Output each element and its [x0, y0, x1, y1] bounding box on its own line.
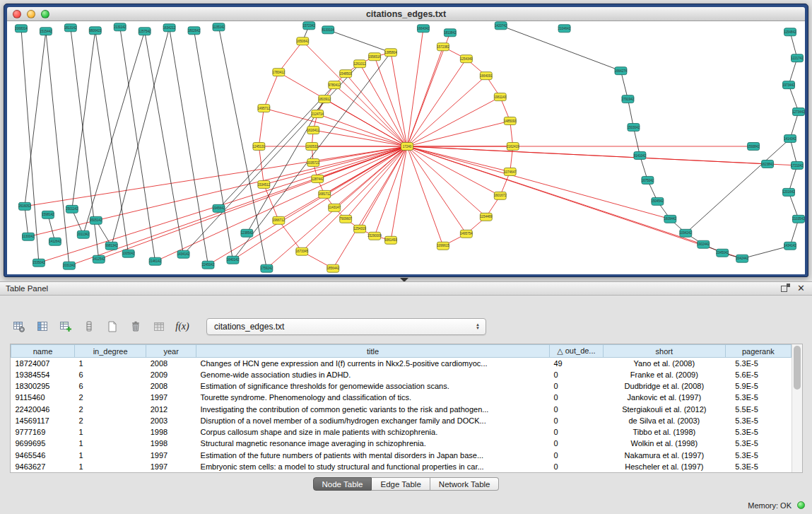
table-cell[interactable]: 5.5E-5 [725, 404, 791, 415]
table-cell[interactable]: Estimation of the future numbers of pati… [196, 450, 550, 461]
graph-node[interactable]: 1414342 [784, 135, 796, 143]
column-header[interactable]: pagerank [725, 345, 791, 358]
table-row[interactable]: 977716911998Corpus callosum shape and si… [11, 426, 792, 438]
table-cell[interactable]: Jankovic et al. (1997) [603, 392, 725, 403]
graph-node[interactable]: 1534512 [258, 180, 271, 188]
table-cell[interactable]: 0 [549, 426, 603, 438]
table-row[interactable]: 2242004622012Investigating the contribut… [11, 404, 792, 415]
graph-node[interactable]: 2124714 [311, 110, 324, 118]
network-canvas[interactable]: 1724093614931529000912543197909607114314… [7, 21, 805, 274]
graph-node[interactable]: 1783412 [273, 69, 286, 76]
function-builder-button[interactable]: f(x) [173, 317, 192, 336]
graph-node[interactable]: 1609442 [664, 215, 677, 223]
column-header[interactable]: △ out_de... [549, 345, 603, 358]
graph-node[interactable]: 1634212 [163, 24, 176, 32]
column-header[interactable]: title [196, 345, 550, 358]
graph-node[interactable]: 7909607 [339, 215, 352, 223]
graph-node[interactable]: 1254319 [353, 225, 366, 233]
graph-node[interactable]: 1675042 [642, 176, 654, 184]
graph-node[interactable]: 9806423 [89, 27, 102, 35]
graph-node[interactable]: 2031342 [63, 262, 76, 269]
table-cell[interactable]: 5.3E-5 [725, 415, 791, 426]
table-cell[interactable]: 1997 [146, 392, 196, 403]
network-window-titlebar[interactable]: citations_edges.txt [7, 7, 805, 21]
table-cell[interactable]: 0 [549, 380, 603, 392]
graph-node[interactable]: 1759242 [261, 264, 273, 272]
graph-node[interactable]: 1135142 [213, 23, 225, 31]
graph-node[interactable]: 1273442 [792, 108, 805, 116]
table-cell[interactable]: Franke et al. (2009) [603, 369, 725, 380]
table-cell[interactable]: 9115460 [11, 392, 75, 403]
table-cell[interactable]: Hescheler et al. (1997) [603, 461, 725, 472]
graph-node[interactable]: 2011342 [77, 230, 90, 238]
table-row[interactable]: 1938455462009Genome-wide association stu… [11, 369, 792, 380]
graph-node[interactable]: 1503042 [628, 124, 640, 132]
table-cell[interactable]: 14569117 [11, 415, 75, 426]
graph-node[interactable]: 1802642 [188, 27, 201, 35]
table-cell[interactable]: Estimation of significance thresholds fo… [196, 380, 550, 392]
network-graph[interactable]: 1724093614931529000912543197909607114314… [7, 21, 805, 274]
table-cell[interactable]: 2008 [146, 380, 196, 392]
table-cell[interactable]: 5.9E-5 [725, 380, 791, 392]
table-cell[interactable]: 2 [75, 404, 146, 415]
zoom-window-button[interactable] [41, 10, 49, 18]
graph-node[interactable]: 2042442 [736, 255, 748, 262]
table-cell[interactable]: 0 [549, 392, 603, 403]
tab-node-table[interactable]: Node Table [313, 477, 372, 491]
graph-node[interactable]: 1515442 [40, 28, 52, 35]
graph-node[interactable]: 1650642 [297, 37, 310, 45]
table-cell[interactable]: Dudbridge et al. (2008) [603, 380, 725, 392]
table-cell[interactable]: 2003 [146, 415, 196, 426]
table-cell[interactable]: 9465546 [11, 450, 75, 461]
table-cell[interactable]: Structural magnetic resonance image aver… [196, 438, 550, 449]
table-cell[interactable]: 1998 [146, 426, 196, 438]
table-cell[interactable]: Embryonic stem cells: a model to study s… [196, 461, 550, 472]
table-cell[interactable]: 9777169 [11, 426, 75, 438]
graph-node[interactable]: 1238542 [241, 229, 254, 237]
table-cell[interactable]: 19384554 [11, 369, 75, 380]
graph-node[interactable]: 1287442 [311, 175, 324, 182]
column-header[interactable]: short [603, 345, 725, 358]
graph-node[interactable]: 1856442 [326, 264, 339, 272]
graph-node[interactable]: 1130042 [22, 233, 35, 240]
graph-node[interactable]: 1257542 [139, 28, 151, 35]
table-cell[interactable]: 0 [549, 369, 603, 380]
table-cell[interactable]: 5.3E-5 [725, 450, 791, 461]
table-cell[interactable]: Disruption of a novel member of a sodium… [196, 415, 550, 426]
graph-node[interactable]: 2103542 [792, 215, 805, 223]
graph-node[interactable]: 1221742 [791, 54, 804, 62]
graph-node[interactable]: 1434142 [177, 250, 190, 258]
table-cell[interactable]: de Silva et al. (2003) [603, 415, 725, 426]
table-cell[interactable]: 18724007 [11, 358, 75, 369]
table-cell[interactable]: 2012 [146, 404, 196, 415]
table-cell[interactable]: 1 [75, 358, 146, 369]
graph-node[interactable]: 2791942 [622, 95, 635, 103]
table-cell[interactable]: 5.3E-5 [725, 392, 791, 403]
graph-node[interactable]: 1966712 [273, 216, 286, 224]
graph-node[interactable]: 1623842 [761, 160, 774, 168]
import-table-button[interactable] [150, 317, 168, 336]
graph-node[interactable]: 1813842 [444, 29, 457, 37]
graph-node[interactable]: 9505142 [90, 216, 102, 224]
graph-node[interactable]: 1572342 [303, 22, 316, 30]
graph-node[interactable]: 9981342 [105, 242, 118, 250]
graph-node[interactable]: 1598142 [42, 211, 54, 218]
table-row[interactable]: 1456911722003Disruption of a novel membe… [11, 415, 792, 426]
table-cell[interactable]: 5.3E-5 [725, 426, 791, 438]
table-cell[interactable]: 1998 [146, 438, 196, 449]
table-cell[interactable]: 0 [549, 450, 603, 461]
column-header[interactable]: in_degree [75, 345, 146, 358]
table-options-button[interactable] [10, 317, 28, 336]
graph-node[interactable]: 1201642 [782, 188, 795, 196]
graph-node[interactable]: 1803912 [318, 95, 331, 103]
graph-node[interactable]: 1385804 [384, 49, 397, 57]
new-column-button[interactable] [57, 317, 75, 336]
graph-node[interactable]: 15290009 [367, 232, 382, 240]
table-cell[interactable]: 6 [75, 380, 146, 392]
graph-node[interactable]: 2501142 [66, 205, 78, 213]
table-cell[interactable]: Wolkin et al. (1998) [603, 438, 725, 449]
table-cell[interactable]: 2 [75, 415, 146, 426]
table-row[interactable]: 969969511998Structural magnetic resonanc… [11, 438, 792, 449]
row-strip-button[interactable] [80, 317, 98, 336]
graph-node[interactable]: 1664342 [417, 25, 430, 33]
